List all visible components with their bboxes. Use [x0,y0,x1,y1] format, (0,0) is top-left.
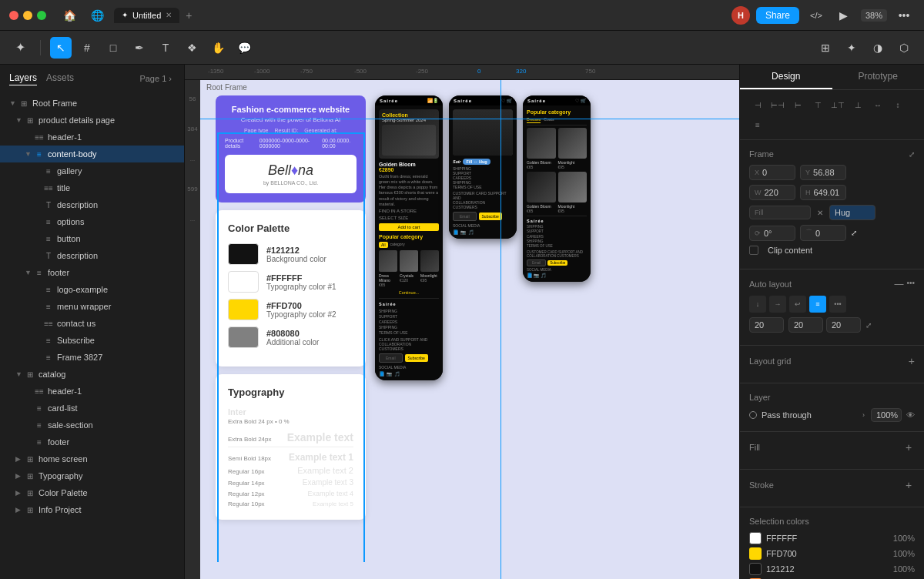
al-spacing-field[interactable]: 20 [749,317,784,333]
design-tab[interactable]: Design [740,65,832,89]
email-input-2[interactable]: Email [453,212,477,221]
social-icon-1[interactable]: 📘 [379,371,384,377]
select-tool[interactable]: ↖ [50,37,72,59]
layer-catalog[interactable]: ▼ ⊞ catalog [0,366,184,383]
distribute-h-icon[interactable]: ↔ [869,96,886,113]
al-padding-v-field[interactable]: 20 [826,317,861,333]
al-padding-h-field[interactable]: 20 [788,317,823,333]
tag-other[interactable]: category [390,242,405,248]
distribute-v-icon[interactable]: ↕ [889,96,906,113]
fill-add-icon[interactable]: + [902,441,915,453]
layer-color-palette[interactable]: ▶ ⊞ Color Palette [0,484,184,501]
assets-tab[interactable]: Assets [46,71,74,85]
maximize-button[interactable] [37,11,46,20]
email-input[interactable]: Email [379,353,403,363]
resize-icon[interactable]: ⤢ [851,229,857,237]
stroke-add-icon[interactable]: + [902,479,915,491]
w-field[interactable]: W 220 [749,185,795,200]
y-field[interactable]: Y 56.88 [800,165,846,180]
layer-content-body[interactable]: ▼ ≡ content-body [0,146,184,162]
layer-footer[interactable]: ▼ ≡ footer [0,264,184,281]
layer-menu-wrapper[interactable]: ▶ ≡ menu wrapper [0,298,184,315]
minimize-button[interactable] [23,11,32,20]
layer-options[interactable]: ▶ ≡ options [0,213,184,230]
layer-button[interactable]: ▶ ≡ button [0,230,184,247]
home-icon[interactable]: 🏠 [59,5,80,26]
align-left-icon[interactable]: ⊣ [749,96,766,113]
al-minus-icon[interactable]: — [894,279,903,290]
component-tool[interactable]: ❖ [181,37,203,59]
subscribe-btn-2[interactable]: Subscribe [479,213,502,220]
close-button[interactable] [9,11,18,20]
tag-all[interactable]: All [379,242,388,248]
layer-description2[interactable]: ▶ T description [0,247,184,264]
layer-gallery[interactable]: ▶ ≡ gallery [0,162,184,179]
frame-tool[interactable]: # [76,37,98,59]
figma-menu[interactable]: ✦ [9,37,31,59]
visibility-icon[interactable]: 👁 [906,410,915,420]
layer-home-screen[interactable]: ▶ ⊞ home screen [0,450,184,467]
prototype-tab[interactable]: Prototype [832,65,925,89]
globe-icon[interactable]: 🌐 [86,5,108,26]
tab-close-icon[interactable]: ✕ [166,11,172,19]
sel-swatch-1[interactable] [749,532,762,544]
layer-root-frame[interactable]: ▼ ⊞ Root Frame [0,95,184,112]
clip-checkbox[interactable] [749,246,758,255]
align-center-h-icon[interactable]: ⊢⊣ [769,96,786,113]
fill-field[interactable]: Fill [749,206,811,219]
layer-catalog-footer[interactable]: ▶ ≡ footer [0,433,184,450]
sel-swatch-2[interactable] [749,547,762,560]
layer-description[interactable]: ▶ T description [0,196,184,213]
lg-add-icon[interactable]: + [909,355,915,367]
layers-tab[interactable]: Layers [9,71,37,85]
al-align-icon[interactable]: ≡ [809,296,826,313]
subscribe-btn[interactable]: Subscribe [405,354,428,362]
align-center-v-icon[interactable]: ⊥⊤ [829,96,846,113]
align-right-icon[interactable]: ⊢ [789,96,806,113]
al-wrap-icon[interactable]: ↩ [789,296,806,313]
align-top-icon[interactable]: ⊤ [809,96,826,113]
hand-tool[interactable]: ✋ [207,37,229,59]
corner-field[interactable]: ⌒ 0 [800,225,846,241]
layer-subscribe[interactable]: ▶ ≡ Subscribe [0,332,184,349]
layer-title[interactable]: ▶ ≡≡ title [0,179,184,196]
al-expand-icon[interactable]: ⤢ [865,321,872,330]
hug-field[interactable]: Hug [829,205,875,220]
theme-icon[interactable]: ◑ [867,37,889,59]
x-field[interactable]: X 0 [749,165,795,180]
layer-typography[interactable]: ▶ ⊞ Typography [0,467,184,484]
add-to-cart-btn[interactable]: Add to cart [379,223,439,231]
sel-swatch-3[interactable] [749,563,762,575]
continue-link[interactable]: Continue... [379,290,439,295]
email-3[interactable]: Email [527,259,546,266]
rotation-field[interactable]: ⟳ 0° [749,226,795,241]
code-icon[interactable]: </> [805,5,827,26]
comment-tool[interactable]: 💬 [233,37,255,59]
social-icon-2[interactable]: 📷 [387,371,392,377]
opacity-field[interactable]: 100% [871,408,902,422]
expand-icon[interactable]: ⤢ [909,150,915,159]
more-icon[interactable]: ••• [893,5,915,26]
share-button[interactable]: Share [756,7,799,24]
avatar[interactable]: H [732,6,750,25]
new-tab-button[interactable]: + [182,9,195,22]
layer-header1[interactable]: ▶ ≡≡ header-1 [0,129,184,146]
more-align-icon[interactable]: ≡ [749,116,766,133]
layer-frame3827[interactable]: ▶ ≡ Frame 3827 [0,349,184,366]
layer-sale-section[interactable]: ▶ ≡ sale-section [0,417,184,433]
al-down-icon[interactable]: ↓ [749,296,766,313]
text-tool[interactable]: T [155,37,176,59]
align-bottom-icon[interactable]: ⊥ [849,96,866,113]
layer-product-details[interactable]: ▼ ⊞ product details page [0,112,184,129]
play-icon[interactable]: ▶ [833,5,855,26]
share-view-icon[interactable]: ⬡ [893,37,915,59]
al-more2-icon[interactable]: ••• [829,296,846,313]
layer-catalog-header[interactable]: ▶ ≡≡ header-1 [0,383,184,400]
components-icon[interactable]: ✦ [841,37,862,59]
h-field[interactable]: H 649.01 [800,185,846,200]
shape-tool[interactable]: □ [102,37,124,59]
al-right-icon[interactable]: → [769,296,786,313]
pen-tool[interactable]: ✒ [129,37,150,59]
layer-info-project[interactable]: ▶ ⊞ Info Project [0,501,184,518]
canvas-area[interactable]: 56384...599... Root Frame Fashion e-comm… [185,80,739,579]
